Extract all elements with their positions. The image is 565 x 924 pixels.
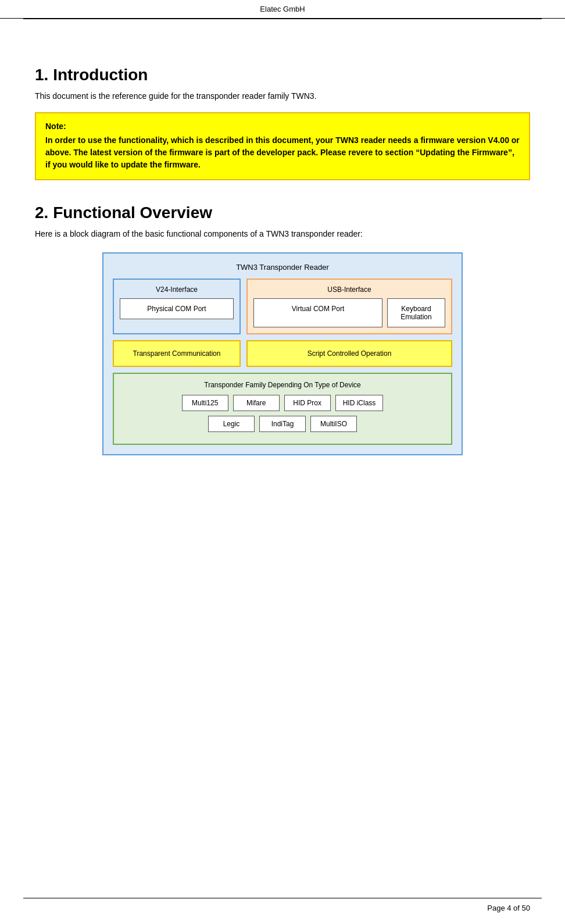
usb-interface-box: USB-Interface Virtual COM Port KeyboardE… xyxy=(246,279,452,334)
note-text: In order to use the functionality, which… xyxy=(45,134,520,171)
virtual-com-box: Virtual COM Port xyxy=(253,298,382,327)
note-label: Note: xyxy=(45,122,520,131)
transparent-communication-box: Transparent Communication xyxy=(113,340,241,367)
section1-desc: This document is the reference guide for… xyxy=(35,91,530,101)
tp-row-1: Multi125 Mifare HID Prox HID iClass xyxy=(121,395,444,411)
tp-hid-iclass: HID iClass xyxy=(335,395,384,411)
transponder-title: Transponder Family Depending On Type of … xyxy=(121,381,444,389)
tp-row-2: Legic IndiTag MultiISO xyxy=(121,416,444,432)
diagram-title: TWN3 Transponder Reader xyxy=(113,263,452,272)
v24-label: V24-Interface xyxy=(120,286,234,294)
transponder-family-box: Transponder Family Depending On Type of … xyxy=(113,373,452,445)
page-header: Elatec GmbH xyxy=(0,0,565,19)
physical-com-box: Physical COM Port xyxy=(120,298,234,319)
physical-com-label: Physical COM Port xyxy=(147,305,206,313)
interface-row: V24-Interface Physical COM Port USB-Inte… xyxy=(113,279,452,334)
bottom-line xyxy=(23,898,542,898)
section2-desc: Here is a block diagram of the basic fun… xyxy=(35,229,530,238)
script-controlled-box: Script Controlled Operation xyxy=(246,340,452,367)
page-footer: Page 4 of 50 xyxy=(487,904,530,912)
keyboard-emulation-box: KeyboardEmulation xyxy=(387,298,445,327)
tp-multi125: Multi125 xyxy=(182,395,228,411)
note-box: Note: In order to use the functionality,… xyxy=(35,112,530,180)
company-name: Elatec GmbH xyxy=(260,5,305,13)
v24-interface-box: V24-Interface Physical COM Port xyxy=(113,279,241,334)
transparent-label: Transparent Communication xyxy=(133,349,221,358)
main-content: 1. Introduction This document is the ref… xyxy=(0,19,565,516)
keyboard-label: KeyboardEmulation xyxy=(400,305,431,321)
section1-title: 1. Introduction xyxy=(35,66,530,84)
tp-mifare: Mifare xyxy=(233,395,280,411)
tp-inditag: IndiTag xyxy=(259,416,306,432)
tp-multiiso: MultiISO xyxy=(310,416,357,432)
tp-hid-prox: HID Prox xyxy=(284,395,331,411)
usb-label: USB-Interface xyxy=(253,286,445,294)
tp-legic: Legic xyxy=(208,416,255,432)
yellow-row: Transparent Communication Script Control… xyxy=(113,340,452,367)
usb-inner-row: Virtual COM Port KeyboardEmulation xyxy=(253,298,445,327)
block-diagram: TWN3 Transponder Reader V24-Interface Ph… xyxy=(102,252,463,455)
virtual-com-label: Virtual COM Port xyxy=(292,305,344,313)
section2-title: 2. Functional Overview xyxy=(35,204,530,222)
page-number: Page 4 of 50 xyxy=(487,904,530,912)
script-label: Script Controlled Operation xyxy=(307,349,392,358)
